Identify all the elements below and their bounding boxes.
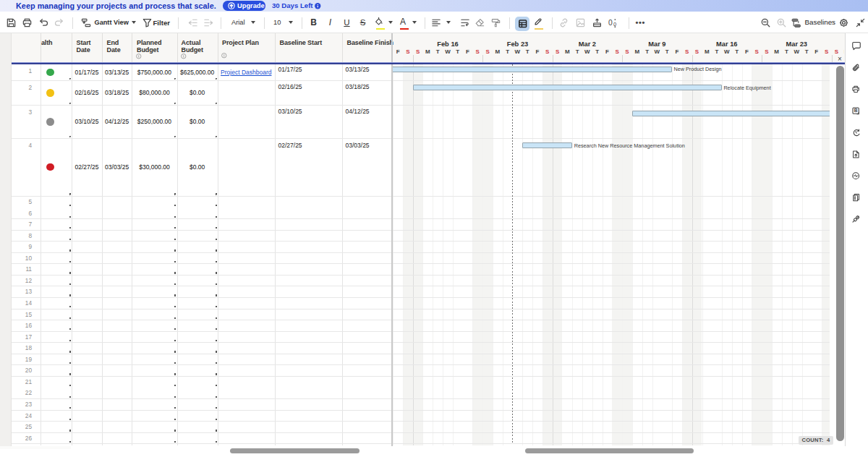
svg-text:B: B xyxy=(854,108,858,113)
svg-text:0: 0 xyxy=(608,19,613,27)
